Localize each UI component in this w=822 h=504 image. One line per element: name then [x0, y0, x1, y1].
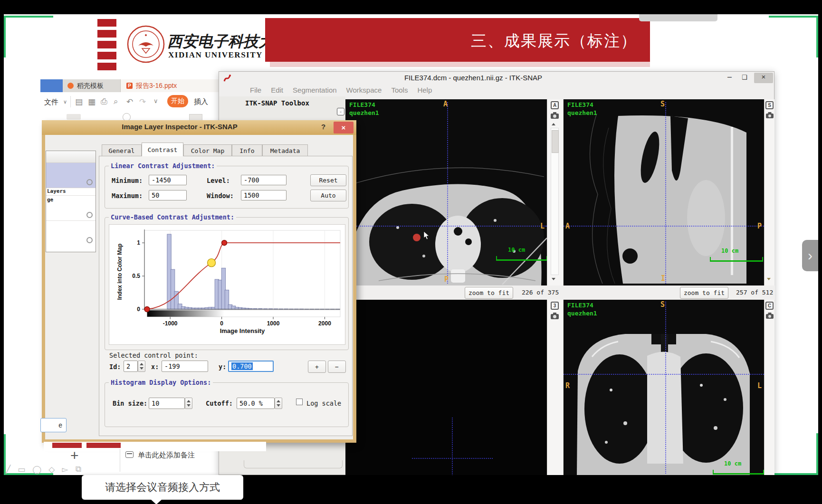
contrast-histogram-chart[interactable]: 00.51-1000010002000Image IntensityIndex …: [109, 225, 344, 343]
y-input[interactable]: 0.700: [228, 361, 274, 372]
render3d-panel-icon[interactable]: 3: [551, 302, 559, 310]
tab-contrast[interactable]: Contrast: [142, 143, 183, 156]
ppt-tab-presentation[interactable]: P 报告3-16.pptx: [121, 79, 219, 92]
coronal-crosshair-vertical[interactable]: [665, 302, 666, 474]
screenshot-camera-icon[interactable]: [766, 313, 774, 319]
chevron-down-icon[interactable]: ∨: [63, 99, 67, 105]
linear-contrast-heading: Linear Contrast Adjustment:: [109, 162, 217, 170]
ppt-notes-placeholder[interactable]: 单击此处添加备注: [138, 451, 195, 460]
layer-row[interactable]: [46, 220, 96, 246]
slice-scrollbar-track[interactable]: [551, 128, 559, 275]
axial-panel-icon[interactable]: A: [551, 101, 559, 109]
render3d-viewport[interactable]: [345, 300, 547, 475]
svg-text:0.5: 0.5: [132, 273, 140, 279]
tab-info[interactable]: Info: [232, 144, 262, 156]
sagittal-crosshair-vertical[interactable]: [665, 102, 666, 284]
save-icon[interactable]: ▤: [75, 97, 83, 107]
id-input[interactable]: 2: [124, 361, 138, 372]
collapse-panel-icon[interactable]: ◦: [337, 108, 344, 115]
cutoff-spinner[interactable]: [275, 398, 282, 409]
tab-metadata[interactable]: Metadata: [262, 144, 308, 156]
layer-refresh-icon[interactable]: [86, 212, 93, 218]
coronal-crosshair-horizontal[interactable]: [564, 374, 764, 375]
level-input[interactable]: -700: [241, 175, 287, 185]
sagittal-crosshair-horizontal[interactable]: [564, 226, 764, 227]
ppt-tab-template[interactable]: 稻壳模板: [63, 79, 121, 92]
axial-viewport[interactable]: FILE374 quezhen1 A L P 10 cm: [345, 99, 547, 285]
menu-workspace[interactable]: Workspace: [346, 86, 382, 94]
print-icon[interactable]: ⎙: [101, 97, 107, 106]
meeting-audio-toast[interactable]: 请选择会议音频接入方式: [82, 475, 243, 500]
menu-help[interactable]: Help: [417, 86, 432, 94]
svg-text:Index into Color Map: Index into Color Map: [116, 244, 123, 300]
dialog-titlebar[interactable]: Image Layer Inspector - ITK-SNAP ? ×: [42, 120, 356, 135]
axial-zoom-to-fit-button[interactable]: zoom to fit: [465, 287, 513, 299]
axial-crosshair-vertical[interactable]: [447, 102, 448, 284]
menu-edit[interactable]: Edit: [271, 86, 283, 94]
menu-tools[interactable]: Tools: [391, 86, 408, 94]
slice-scroll-down[interactable]: [767, 278, 771, 280]
remove-control-point-button[interactable]: −: [328, 361, 346, 373]
eraser-tool-icon[interactable]: ◇: [48, 465, 55, 475]
menu-segmentation[interactable]: Segmentation: [293, 86, 337, 94]
bin-size-spinner[interactable]: [185, 398, 192, 409]
layer-row[interactable]: ge: [46, 195, 96, 220]
redo-icon[interactable]: ↷: [139, 97, 146, 107]
layer-row-selected[interactable]: [46, 163, 96, 188]
log-scale-checkbox[interactable]: [296, 399, 303, 405]
layer-refresh-icon[interactable]: [86, 179, 93, 185]
ppt-start-tab[interactable]: 开始: [167, 95, 188, 107]
minimum-input[interactable]: -1450: [149, 175, 187, 185]
more-tools-icon[interactable]: ∨: [153, 97, 158, 105]
undo-icon[interactable]: ↶: [126, 97, 133, 107]
layer-refresh-icon[interactable]: [86, 237, 93, 243]
highlight-tool-icon[interactable]: ▭: [18, 465, 25, 475]
slice-scroll-up[interactable]: [552, 123, 555, 125]
coronal-panel-icon[interactable]: C: [765, 302, 774, 310]
reset-button[interactable]: Reset: [310, 174, 346, 186]
sagittal-viewport[interactable]: FILE374 quezhen1 S A P I 10 cm: [564, 99, 764, 285]
screenshot-camera-icon[interactable]: [551, 112, 559, 119]
screenshot-camera-icon[interactable]: [766, 112, 774, 118]
cutoff-input[interactable]: 50.0 %: [237, 398, 275, 409]
tab-general[interactable]: General: [102, 144, 142, 156]
axial-crosshair-horizontal[interactable]: [345, 226, 547, 227]
close-button[interactable]: ×: [754, 73, 773, 83]
window-input[interactable]: 1500: [241, 190, 287, 200]
menu-file[interactable]: File: [250, 86, 261, 94]
auto-button[interactable]: Auto: [310, 190, 346, 201]
sagittal-zoom-to-fit-button[interactable]: zoom to fit: [680, 287, 728, 299]
side-panel-expand-button[interactable]: ›: [802, 240, 818, 271]
pointer-tool-icon[interactable]: ▻: [62, 465, 68, 475]
ellipse-tool-icon[interactable]: ◯: [32, 465, 41, 475]
tab-label: Contrast: [148, 146, 178, 153]
slide-thumbnail-fragment[interactable]: [86, 443, 121, 448]
partial-button[interactable]: e: [40, 418, 67, 432]
pen-tool-icon[interactable]: ╱: [6, 465, 10, 475]
ppt-insert-tab[interactable]: 插入: [194, 97, 208, 106]
preview-icon[interactable]: ⌕: [114, 97, 118, 106]
screenshot-camera-icon[interactable]: [551, 313, 559, 319]
maximize-button[interactable]: ❑: [742, 74, 747, 81]
add-control-point-button[interactable]: +: [308, 361, 326, 373]
slice-scroll-down[interactable]: [552, 278, 555, 280]
bin-size-input[interactable]: 10: [149, 398, 185, 409]
new-slide-button[interactable]: +: [70, 447, 79, 464]
screen-select-tool-icon[interactable]: ⧉: [76, 465, 81, 475]
svg-text:1: 1: [137, 239, 140, 246]
maximum-input[interactable]: 50: [149, 190, 187, 200]
dialog-close-button[interactable]: ×: [334, 122, 354, 133]
slice-scrollbar-thumb[interactable]: [552, 130, 559, 153]
ppt-active-doc-fragment[interactable]: [40, 79, 63, 92]
copy-icon[interactable]: ▦: [88, 97, 96, 107]
layer-name-fragment: ge: [47, 197, 53, 203]
x-input[interactable]: -199: [162, 361, 208, 372]
sagittal-panel-icon[interactable]: S: [765, 101, 774, 109]
dialog-help-button[interactable]: ?: [321, 123, 325, 131]
minimize-button[interactable]: –: [727, 73, 732, 81]
ppt-file-menu[interactable]: 文件: [44, 98, 58, 107]
slide-title-banner: 三、成果展示（标注）: [265, 18, 650, 62]
coronal-viewport[interactable]: FILE374 quezhen1 S R L 10 cm: [564, 300, 764, 475]
id-spinner[interactable]: [138, 361, 145, 372]
tab-color-map[interactable]: Color Map: [183, 144, 232, 156]
